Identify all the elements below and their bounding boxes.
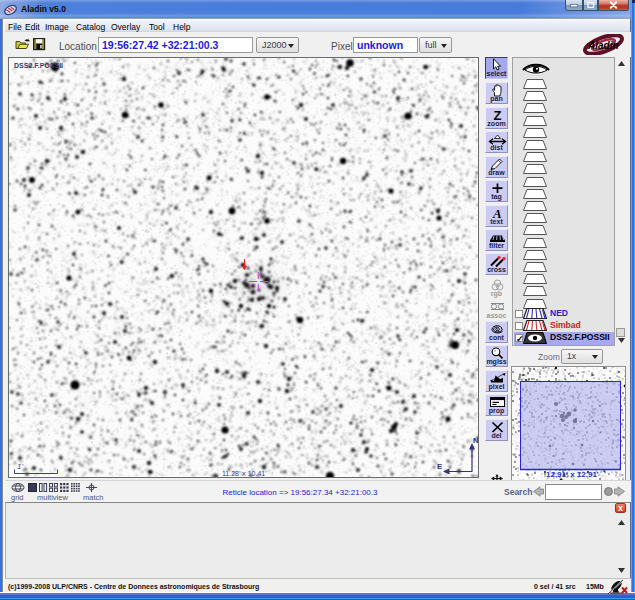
svg-text:11.28' x 10.41': 11.28' x 10.41' — [222, 470, 267, 477]
svg-text:Aladin: Aladin — [587, 40, 619, 51]
svg-text:E: E — [437, 462, 443, 471]
svg-text:DSS2.F.POSSII: DSS2.F.POSSII — [14, 62, 63, 69]
svg-text:1': 1' — [17, 462, 23, 471]
svg-text:N: N — [473, 436, 478, 445]
svg-text:12.91' x 12.91': 12.91' x 12.91' — [546, 470, 599, 479]
